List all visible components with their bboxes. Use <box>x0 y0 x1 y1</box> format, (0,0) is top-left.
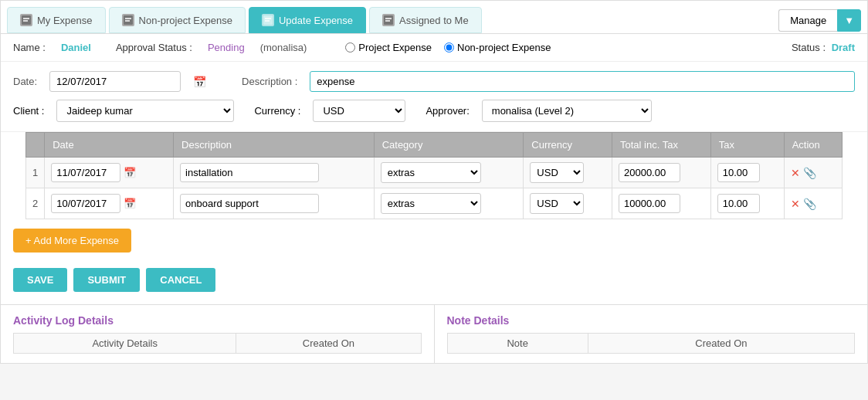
tab-assigned-icon <box>382 14 395 26</box>
action-buttons-row: SAVE SUBMIT CANCEL <box>1 262 867 304</box>
client-currency-row: Client : Jaideep kumar Currency : USD Ap… <box>13 100 855 122</box>
note-details-section: Note Details Note Created On <box>435 305 868 363</box>
row-2-calendar-icon[interactable]: 📅 <box>124 198 136 209</box>
footer-section: Activity Log Details Activity Details Cr… <box>1 304 867 363</box>
row-1-currency-select[interactable]: USD <box>530 162 584 183</box>
row-1-date-input[interactable] <box>51 163 120 182</box>
row-2-num: 2 <box>26 188 45 219</box>
tab-update-icon <box>262 14 274 26</box>
cancel-button[interactable]: CANCEL <box>146 268 215 292</box>
row-1-desc-input[interactable] <box>180 163 319 182</box>
description-label: Description : <box>242 76 297 87</box>
date-calendar-icon[interactable]: 📅 <box>193 76 206 88</box>
activity-log-title: Activity Log Details <box>13 314 422 327</box>
row-1-total-input[interactable] <box>619 163 680 182</box>
row-2-category: extras <box>374 188 524 219</box>
tab-update-expense[interactable]: Update Expense <box>249 7 366 33</box>
activity-table-header: Activity Details Created On <box>14 334 422 354</box>
row-1-currency: USD <box>524 158 612 188</box>
col-total: Total inc. Tax <box>612 133 710 158</box>
row-1-attach-button[interactable]: 📎 <box>803 167 816 179</box>
name-value: Daniel <box>61 42 91 53</box>
tab-my-expense-icon <box>20 14 32 26</box>
row-2-date: 📅 <box>45 188 174 219</box>
date-desc-row: Date: 12/07/2017 📅 Description : expense <box>13 71 855 92</box>
date-label: Date: <box>13 76 37 87</box>
note-table-header: Note Created On <box>447 334 855 354</box>
table-row: 2 📅 extras USD <box>26 188 843 219</box>
project-expense-label: Project Expense <box>358 42 432 53</box>
approver-label: Approver: <box>426 105 469 117</box>
row-2-action-btns: ✕ 📎 <box>791 198 836 210</box>
row-2-category-select[interactable]: extras <box>381 193 481 214</box>
row-1-desc <box>174 158 375 188</box>
row-2-desc-input[interactable] <box>180 194 319 213</box>
status-section: Status : Draft <box>792 42 855 53</box>
activity-col1: Activity Details <box>14 334 236 354</box>
row-2-desc <box>174 188 375 219</box>
expense-table: Date Description Category Currency Total… <box>25 132 843 219</box>
row-2-attach-button[interactable]: 📎 <box>803 198 816 210</box>
row-1-tax <box>710 158 784 188</box>
expense-type-radio-group: Project Expense Non-project Expense <box>345 42 551 53</box>
project-expense-radio[interactable]: Project Expense <box>345 42 432 53</box>
row-1-calendar-icon[interactable]: 📅 <box>124 167 136 178</box>
name-label: Name : <box>13 42 46 53</box>
row-1-action-btns: ✕ 📎 <box>791 167 836 179</box>
description-input[interactable]: expense <box>310 71 855 92</box>
approval-extra: (monalisa) <box>260 42 307 53</box>
non-project-expense-radio-input[interactable] <box>444 42 454 53</box>
row-1-category: extras <box>374 158 524 188</box>
status-label: Status : <box>792 42 826 53</box>
row-1-date: 📅 <box>45 158 174 188</box>
expense-table-wrap: Date Description Category Currency Total… <box>1 132 867 219</box>
row-2-currency: USD <box>524 188 612 219</box>
row-2-tax-input[interactable] <box>717 194 760 213</box>
col-action: Action <box>784 133 842 158</box>
table-header-row: Date Description Category Currency Total… <box>26 133 843 158</box>
row-1-category-select[interactable]: extras <box>381 162 481 183</box>
header-info-row: Name : Daniel Approval Status : Pending … <box>1 34 867 62</box>
row-2-tax <box>710 188 784 219</box>
activity-log-table: Activity Details Created On <box>13 333 422 354</box>
table-row: 1 📅 extras USD <box>26 158 843 188</box>
non-project-expense-radio-label: Non-project Expense <box>457 42 551 53</box>
row-2-total-input[interactable] <box>619 194 680 213</box>
row-1-tax-input[interactable] <box>717 163 760 182</box>
col-date: Date <box>45 133 174 158</box>
tabs-left: My Expense Non-project Expense Update Ex… <box>7 7 482 33</box>
manage-button[interactable]: Manage <box>778 9 837 32</box>
row-2-delete-button[interactable]: ✕ <box>791 198 800 210</box>
tab-my-expense[interactable]: My Expense <box>7 7 106 33</box>
form-area: Date: 12/07/2017 📅 Description : expense… <box>1 62 867 132</box>
date-input[interactable]: 12/07/2017 <box>49 71 181 92</box>
client-label: Client : <box>13 105 44 117</box>
col-category: Category <box>374 133 524 158</box>
tab-non-project[interactable]: Non-project Expense <box>109 7 246 33</box>
row-1-action: ✕ 📎 <box>784 158 842 188</box>
approval-value: Pending <box>208 42 245 53</box>
manage-button-group: Manage ▼ <box>778 9 861 32</box>
tab-non-project-label: Non-project Expense <box>139 15 232 26</box>
row-2-date-input[interactable] <box>51 194 120 213</box>
row-1-num: 1 <box>26 158 45 188</box>
manage-dropdown-arrow[interactable]: ▼ <box>837 9 861 32</box>
col-currency: Currency <box>524 133 612 158</box>
col-num <box>26 133 45 158</box>
add-more-expense-button[interactable]: Add More Expense <box>13 229 131 253</box>
submit-button[interactable]: SUBMIT <box>73 268 140 292</box>
project-expense-radio-input[interactable] <box>345 42 355 53</box>
row-1-delete-button[interactable]: ✕ <box>791 167 800 179</box>
note-details-title: Note Details <box>447 314 856 327</box>
tab-assigned[interactable]: Assigned to Me <box>369 7 482 33</box>
tab-bar: My Expense Non-project Expense Update Ex… <box>1 1 867 34</box>
svg-rect-0 <box>22 15 31 25</box>
row-2-currency-select[interactable]: USD <box>530 193 584 214</box>
approver-select[interactable]: monalisa (Level 2) <box>482 100 652 122</box>
non-project-expense-radio[interactable]: Non-project Expense <box>444 42 551 53</box>
svg-rect-6 <box>263 15 273 25</box>
client-select[interactable]: Jaideep kumar <box>56 100 234 122</box>
svg-rect-3 <box>124 15 133 25</box>
save-button[interactable]: SAVE <box>13 268 67 292</box>
currency-select[interactable]: USD <box>313 100 405 122</box>
